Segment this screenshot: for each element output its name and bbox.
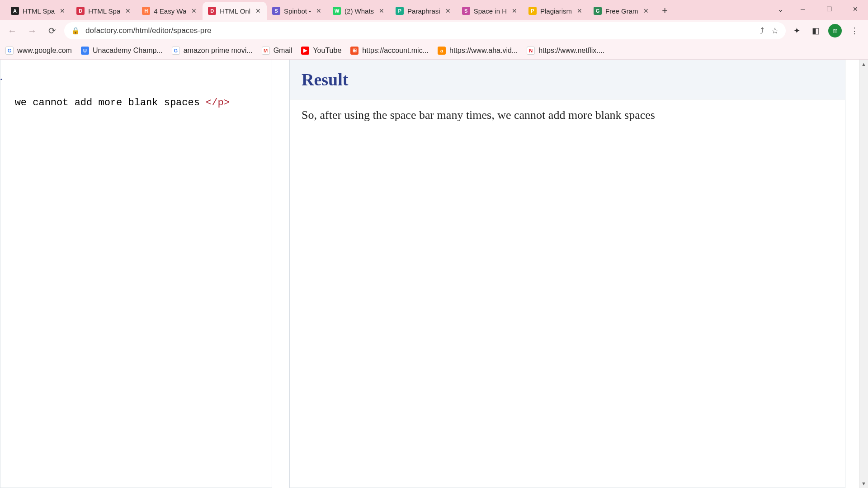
page-content: xxxxxxxxxxnt. xxxxxxxxxxx, we cannot add… — [0, 60, 868, 488]
tab-label: (2) Whats — [344, 7, 374, 15]
tab-favicon: D — [76, 7, 85, 15]
tab-close-icon[interactable]: ✕ — [254, 7, 262, 15]
bookmark-item[interactable]: Gwww.google.com — [5, 47, 72, 55]
bookmark-favicon: a — [438, 47, 446, 55]
tab-favicon: W — [333, 7, 341, 15]
bookmark-favicon: G — [5, 47, 14, 55]
browser-tab[interactable]: AHTML Spa✕ — [5, 2, 71, 20]
bookmark-item[interactable]: ⊞https://account.mic... — [350, 47, 429, 55]
code-line: xxxxxxxxxxnt. — [0, 68, 230, 85]
bookmark-favicon: ▶ — [301, 47, 309, 55]
tab-label: Spinbot - — [284, 7, 311, 15]
browser-tab[interactable]: PPlagiarism✕ — [523, 2, 588, 20]
tab-label: Plagiarism — [540, 7, 572, 15]
bookmark-label: Gmail — [274, 47, 292, 55]
sidepanel-icon[interactable]: ◧ — [809, 24, 822, 37]
code-editor-pane[interactable]: xxxxxxxxxxnt. xxxxxxxxxxx, we cannot add… — [0, 60, 272, 488]
tab-favicon: S — [462, 7, 470, 15]
tab-label: HTML Onl — [220, 7, 250, 15]
tab-label: Free Gram — [605, 7, 638, 15]
browser-tab[interactable]: GFree Gram✕ — [588, 2, 655, 20]
tab-label: Space in H — [474, 7, 507, 15]
address-bar[interactable]: 🔒 dofactory.com/html/editor/spaces-pre ⤴… — [64, 22, 786, 39]
bookmark-favicon: ⊞ — [350, 47, 359, 55]
bookmark-item[interactable]: Nhttps://www.netflix.... — [527, 47, 604, 55]
browser-tab[interactable]: DHTML Spa✕ — [71, 2, 137, 20]
toolbar: ← → ⟳ 🔒 dofactory.com/html/editor/spaces… — [0, 20, 868, 42]
tab-strip: AHTML Spa✕DHTML Spa✕H4 Easy Wa✕DHTML Onl… — [0, 0, 868, 20]
bookmark-label: amazon prime movi... — [184, 47, 253, 55]
tab-close-icon[interactable]: ✕ — [124, 7, 132, 15]
code-line: xxxxxxxxxxx, we cannot add more blank sp… — [0, 95, 230, 111]
scroll-down-arrow[interactable]: ▼ — [859, 479, 868, 488]
tab-label: 4 Easy Wa — [154, 7, 186, 15]
profile-avatar[interactable]: m — [828, 24, 842, 38]
reload-button[interactable]: ⟳ — [44, 23, 60, 38]
bookmark-label: Unacademy Champ... — [93, 47, 163, 55]
minimize-button[interactable]: ─ — [790, 0, 816, 18]
tab-favicon: A — [11, 7, 19, 15]
tab-close-icon[interactable]: ✕ — [315, 7, 323, 15]
tab-close-icon[interactable]: ✕ — [510, 7, 519, 15]
bookmark-item[interactable]: UUnacademy Champ... — [81, 47, 163, 55]
scroll-up-arrow[interactable]: ▲ — [859, 60, 868, 69]
bookmark-item[interactable]: ▶YouTube — [301, 47, 341, 55]
bookmark-item[interactable]: MGmail — [262, 47, 292, 55]
extensions-icon[interactable]: ✦ — [790, 24, 803, 37]
tab-close-icon[interactable]: ✕ — [58, 7, 66, 15]
tab-close-icon[interactable]: ✕ — [377, 7, 386, 15]
tab-close-icon[interactable]: ✕ — [642, 7, 650, 15]
result-title: Result — [302, 70, 348, 89]
browser-tab[interactable]: DHTML Onl✕ — [203, 2, 267, 20]
tab-close-icon[interactable]: ✕ — [444, 7, 452, 15]
tab-label: HTML Spa — [88, 7, 120, 15]
tab-favicon: H — [142, 7, 150, 15]
close-window-button[interactable]: ✕ — [843, 0, 868, 18]
bookmark-label: YouTube — [313, 47, 341, 55]
browser-tab[interactable]: SSpinbot -✕ — [267, 2, 327, 20]
bookmark-item[interactable]: Gamazon prime movi... — [172, 47, 253, 55]
bookmark-star-icon[interactable]: ☆ — [771, 26, 778, 36]
bookmark-favicon: G — [172, 47, 180, 55]
vertical-scrollbar[interactable]: ▲ ▼ — [859, 60, 868, 488]
tab-favicon: S — [272, 7, 280, 15]
share-icon[interactable]: ⤴ — [760, 26, 764, 36]
browser-tab[interactable]: W(2) Whats✕ — [327, 2, 390, 20]
bookmark-favicon: M — [262, 47, 270, 55]
bookmarks-bar: Gwww.google.comUUnacademy Champ...Gamazo… — [0, 42, 868, 60]
bookmark-label: https://www.netflix.... — [538, 47, 604, 55]
tab-close-icon[interactable]: ✕ — [576, 7, 584, 15]
back-button[interactable]: ← — [5, 23, 20, 38]
browser-tab[interactable]: SSpace in H✕ — [457, 2, 523, 20]
tab-favicon: G — [594, 7, 602, 15]
tab-label: Paraphrasi — [407, 7, 440, 15]
forward-button[interactable]: → — [24, 23, 40, 38]
bookmark-item[interactable]: ahttps://www.aha.vid... — [438, 47, 518, 55]
bookmark-label: www.google.com — [17, 47, 72, 55]
bookmark-favicon: N — [527, 47, 535, 55]
result-output: So, after using the space bar many times… — [290, 99, 845, 131]
result-header: Result — [290, 60, 845, 99]
menu-icon[interactable]: ⋮ — [848, 24, 861, 37]
tab-favicon: P — [396, 7, 404, 15]
bookmark-favicon: U — [81, 47, 89, 55]
tab-close-icon[interactable]: ✕ — [190, 7, 198, 15]
maximize-button[interactable]: ☐ — [816, 0, 842, 18]
result-pane: Result So, after using the space bar man… — [289, 60, 845, 488]
window-controls: ⌄ ─ ☐ ✕ — [771, 0, 868, 18]
lock-icon: 🔒 — [71, 27, 80, 35]
browser-tab[interactable]: PParaphrasi✕ — [390, 2, 457, 20]
browser-tab[interactable]: H4 Easy Wa✕ — [137, 2, 203, 20]
new-tab-button[interactable]: + — [657, 3, 673, 19]
url-text: dofactory.com/html/editor/spaces-pre — [85, 26, 211, 35]
tab-favicon: D — [208, 7, 216, 15]
tab-favicon: P — [528, 7, 537, 15]
bookmark-label: https://account.mic... — [362, 47, 429, 55]
bookmark-label: https://www.aha.vid... — [449, 47, 518, 55]
tab-search-button[interactable]: ⌄ — [771, 0, 789, 18]
tab-label: HTML Spa — [23, 7, 55, 15]
